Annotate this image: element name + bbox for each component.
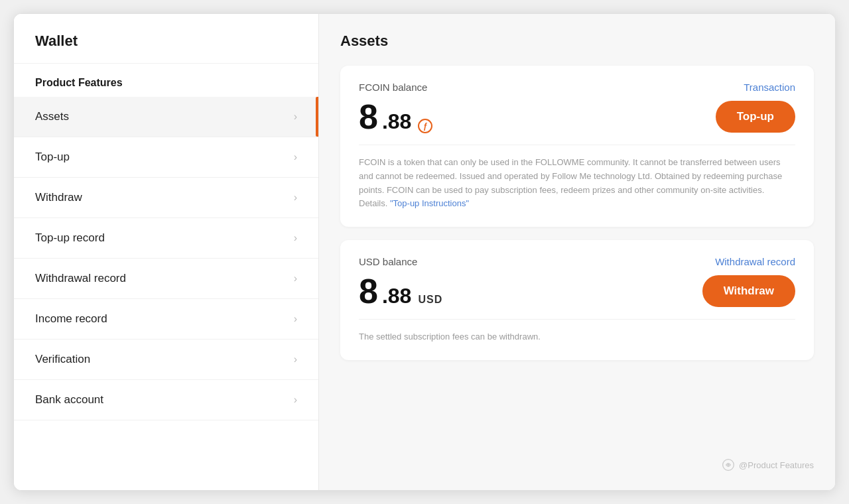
sidebar-item-verification[interactable]: Verification › (14, 340, 318, 380)
sidebar-item-withdraw[interactable]: Withdraw › (14, 178, 318, 218)
followme-logo-icon (722, 458, 735, 472)
usd-balance-label: USD balance (359, 256, 417, 267)
chevron-right-icon: › (294, 353, 297, 365)
chevron-right-icon: › (294, 232, 297, 244)
sidebar-item-topup-record[interactable]: Top-up record › (14, 218, 318, 259)
usd-balance-row: 8 .88 USD Withdraw (359, 274, 795, 308)
sidebar-item-income-record-label: Income record (35, 312, 107, 326)
usd-balance-value: 8 .88 USD (359, 274, 442, 308)
sidebar-item-withdraw-label: Withdraw (35, 191, 82, 204)
sidebar-title: Wallet (14, 14, 318, 64)
fcoin-balance-integer: 8 (359, 99, 378, 134)
usd-balance-integer: 8 (359, 274, 378, 308)
page-title: Assets (340, 32, 814, 50)
fcoin-description: FCOIN is a token that can only be used i… (359, 156, 795, 211)
transaction-link[interactable]: Transaction (744, 82, 795, 93)
fcoin-card: FCOIN balance Transaction 8 .88 ƒ Top-up… (340, 66, 814, 227)
chevron-right-icon: › (294, 313, 297, 325)
sidebar-item-topup-label: Top-up (35, 151, 70, 164)
chevron-right-icon: › (294, 151, 297, 163)
sidebar-item-topup[interactable]: Top-up › (14, 137, 318, 178)
usd-description-text: The settled subscription fees can be wit… (359, 332, 541, 342)
fcoin-divider (359, 145, 795, 145)
topup-instructions-link[interactable]: "Top-up Instructions" (390, 198, 469, 208)
sidebar-item-assets-label: Assets (35, 110, 69, 123)
fcoin-balance-value: 8 .88 ƒ (359, 99, 432, 134)
main-content: Assets FCOIN balance Transaction 8 .88 ƒ… (319, 14, 835, 490)
sidebar-item-topup-record-label: Top-up record (35, 231, 105, 245)
chevron-right-icon: › (294, 394, 297, 406)
sidebar-item-withdrawal-record[interactable]: Withdrawal record › (14, 259, 318, 299)
fcoin-balance-decimal: .88 (382, 111, 411, 132)
fcoin-balance-row: 8 .88 ƒ Top-up (359, 99, 795, 134)
app-container: Wallet Product Features Assets › Top-up … (13, 13, 836, 491)
usd-divider (359, 319, 795, 320)
footer-watermark: @Product Features (340, 453, 814, 472)
chevron-right-icon: › (294, 273, 297, 284)
chevron-right-icon: › (294, 192, 297, 204)
fcoin-balance-label: FCOIN balance (359, 82, 427, 93)
sidebar-item-assets[interactable]: Assets › (14, 97, 318, 137)
usd-currency-label: USD (418, 294, 442, 306)
usd-description: The settled subscription fees can be wit… (359, 330, 795, 344)
fcoin-info-icon[interactable]: ƒ (418, 119, 432, 133)
sidebar-item-verification-label: Verification (35, 353, 90, 366)
usd-balance-decimal: .88 (382, 285, 411, 306)
sidebar-item-bank-account-label: Bank account (35, 393, 103, 407)
sidebar-item-withdrawal-record-label: Withdrawal record (35, 272, 126, 285)
usd-card-header: USD balance Withdrawal record (359, 256, 795, 267)
sidebar-item-bank-account[interactable]: Bank account › (14, 380, 318, 420)
sidebar-section-label: Product Features (14, 64, 318, 97)
fcoin-card-header: FCOIN balance Transaction (359, 82, 795, 93)
svg-point-1 (727, 464, 729, 466)
chevron-right-icon: › (294, 111, 297, 123)
withdrawal-record-link[interactable]: Withdrawal record (715, 256, 795, 267)
withdraw-button[interactable]: Withdraw (702, 275, 795, 307)
topup-button[interactable]: Top-up (716, 101, 795, 133)
watermark-text: @Product Features (739, 460, 814, 470)
usd-card: USD balance Withdrawal record 8 .88 USD … (340, 240, 814, 360)
sidebar: Wallet Product Features Assets › Top-up … (14, 14, 319, 490)
sidebar-item-income-record[interactable]: Income record › (14, 299, 318, 340)
